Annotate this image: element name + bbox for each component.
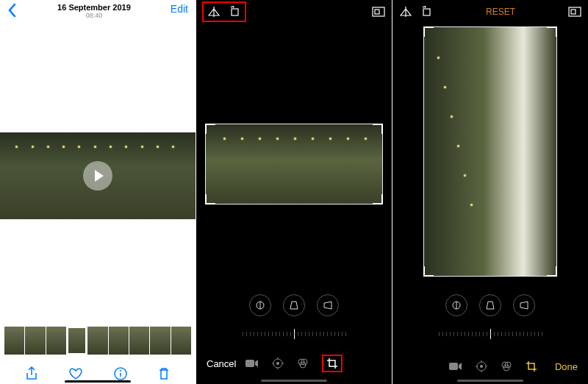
highlighted-flip-rotate <box>202 1 246 22</box>
crop-handle-bl[interactable] <box>205 194 215 205</box>
svg-rect-6 <box>245 360 254 367</box>
svg-rect-12 <box>423 9 430 15</box>
vertical-perspective-button[interactable] <box>283 294 305 316</box>
flip-icon[interactable] <box>398 4 413 19</box>
thumb-item[interactable] <box>46 327 66 355</box>
crop-tool-icon-highlighted[interactable] <box>322 355 343 372</box>
editor-bottom-bar: Done <box>392 360 588 372</box>
nav-bar: 16 September 2019 08:40 Edit <box>0 0 196 26</box>
svg-rect-3 <box>373 7 384 16</box>
crop-frame-portrait[interactable] <box>423 26 557 277</box>
crop-image-rotated <box>424 27 556 276</box>
crop-handle-br[interactable] <box>373 194 383 205</box>
home-indicator[interactable] <box>65 380 131 383</box>
crop-handle-bl[interactable] <box>423 266 434 277</box>
rotate-icon[interactable] <box>419 4 434 19</box>
photo-detail-screen: 16 September 2019 08:40 Edit <box>0 0 196 384</box>
thumbnail-strip[interactable] <box>4 327 191 355</box>
thumb-item[interactable] <box>150 327 170 355</box>
straighten-button[interactable] <box>249 294 271 316</box>
tool-row <box>449 360 537 372</box>
crop-handle-tl[interactable] <box>423 26 434 37</box>
thumb-item[interactable] <box>25 327 45 355</box>
time-text: 08:40 <box>57 12 131 19</box>
svg-rect-16 <box>449 363 458 370</box>
rotate-icon[interactable] <box>227 4 242 19</box>
thumb-item[interactable] <box>129 327 149 355</box>
crop-editor-screen: Cancel <box>196 0 392 384</box>
thumb-item-selected[interactable] <box>67 327 87 355</box>
crop-handle-br[interactable] <box>547 266 557 277</box>
date-title: 16 September 2019 08:40 <box>57 3 131 19</box>
thumb-item[interactable] <box>171 327 191 355</box>
crop-handle-tr[interactable] <box>373 124 383 134</box>
adjust-tool-icon[interactable] <box>272 358 284 369</box>
flip-icon[interactable] <box>207 4 221 19</box>
back-button[interactable] <box>7 3 18 18</box>
top-left-icons <box>398 4 434 19</box>
aspect-ratio-icon[interactable] <box>371 4 386 19</box>
editor-bottom-bar: Cancel <box>196 355 392 372</box>
heart-icon[interactable] <box>68 367 83 380</box>
horizontal-perspective-button[interactable] <box>317 294 339 316</box>
svg-point-1 <box>120 370 121 371</box>
info-icon[interactable] <box>114 367 127 380</box>
home-indicator[interactable] <box>261 380 327 382</box>
crop-handle-tr[interactable] <box>547 26 557 37</box>
filters-tool-icon[interactable] <box>501 360 512 372</box>
tool-row <box>245 355 343 372</box>
crop-image <box>206 124 382 204</box>
trash-icon[interactable] <box>158 367 170 380</box>
lights-decor <box>206 138 382 160</box>
aspect-ratio-icon[interactable] <box>567 4 582 19</box>
svg-point-18 <box>480 365 483 368</box>
horizontal-perspective-button[interactable] <box>513 294 535 316</box>
adjust-tool-icon[interactable] <box>476 360 487 372</box>
thumb-item[interactable] <box>87 327 107 355</box>
date-text: 16 September 2019 <box>57 3 131 12</box>
reset-button[interactable]: RESET <box>486 7 515 17</box>
svg-rect-14 <box>571 10 576 14</box>
thumb-item[interactable] <box>4 327 24 355</box>
adjust-buttons <box>392 294 588 316</box>
edit-button[interactable]: Edit <box>171 3 188 15</box>
adjust-buttons <box>196 294 392 316</box>
play-button[interactable] <box>83 161 112 191</box>
done-button[interactable]: Done <box>555 361 578 372</box>
svg-point-8 <box>276 362 279 365</box>
video-tool-icon[interactable] <box>449 362 462 371</box>
video-tool-icon[interactable] <box>245 359 259 368</box>
editor-top-bar <box>196 0 392 24</box>
angle-ruler[interactable] <box>204 327 384 341</box>
crop-handle-tl[interactable] <box>205 124 215 134</box>
crop-tool-icon[interactable] <box>526 360 537 372</box>
lights-decor <box>424 57 556 79</box>
angle-ruler[interactable] <box>400 327 581 341</box>
crop-rotated-screen: RESET <box>392 0 588 384</box>
straighten-button[interactable] <box>445 294 467 316</box>
crop-frame[interactable] <box>205 124 383 205</box>
svg-rect-2 <box>232 9 238 15</box>
editor-top-bar: RESET <box>392 0 588 24</box>
svg-rect-4 <box>375 10 379 14</box>
home-indicator[interactable] <box>457 380 523 382</box>
thumb-item[interactable] <box>109 327 129 355</box>
play-icon <box>95 170 104 182</box>
vertical-perspective-button[interactable] <box>479 294 501 316</box>
bottom-toolbar <box>0 366 196 381</box>
video-preview[interactable] <box>0 132 196 219</box>
cancel-button[interactable]: Cancel <box>207 358 236 369</box>
share-icon[interactable] <box>26 366 37 381</box>
filters-tool-icon[interactable] <box>297 358 309 369</box>
